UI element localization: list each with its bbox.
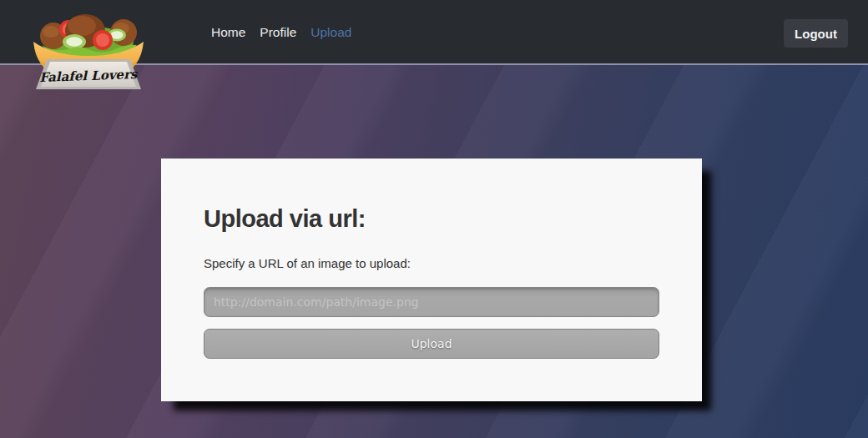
upload-instruction: Specify a URL of an image to upload: — [204, 256, 659, 270]
nav-item-profile[interactable]: Profile — [260, 25, 296, 40]
nav-item-upload[interactable]: Upload — [310, 25, 351, 40]
image-url-input[interactable] — [204, 287, 659, 317]
upload-card: Upload via url: Specify a URL of an imag… — [161, 159, 702, 401]
falafel-bowl-illustration: Falafel Lovers — [30, 8, 147, 92]
logout-button[interactable]: Logout — [784, 19, 848, 48]
page-title: Upload via url: — [204, 207, 659, 231]
brand-logo[interactable]: Falafel Lovers — [30, 8, 147, 92]
main-nav: Home Profile Upload — [211, 0, 351, 65]
nav-item-home[interactable]: Home — [211, 25, 245, 40]
upload-submit-button[interactable]: Upload — [204, 329, 659, 359]
